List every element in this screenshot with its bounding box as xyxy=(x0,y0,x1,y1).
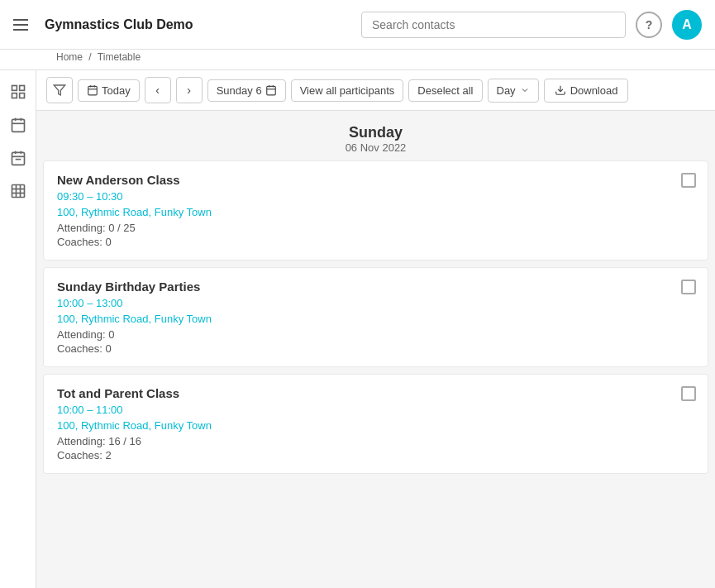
event-coaches: Coaches: 2 xyxy=(57,449,694,461)
event-checkbox[interactable] xyxy=(681,386,696,401)
svg-rect-4 xyxy=(12,119,24,131)
event-attending: Attending: 0 / 25 xyxy=(57,222,694,234)
breadcrumb-home[interactable]: Home xyxy=(56,51,83,63)
event-time: 10:00 – 13:00 xyxy=(57,297,694,309)
sidebar-item-grid[interactable] xyxy=(3,176,33,206)
events-container: New Anderson Class 09:30 – 10:30 100, Ry… xyxy=(36,160,715,474)
svg-rect-13 xyxy=(12,185,24,198)
breadcrumb-separator: / xyxy=(88,51,91,63)
event-card: Tot and Parent Class 10:00 – 11:00 100, … xyxy=(43,374,708,474)
event-title: Sunday Birthday Parties xyxy=(57,280,694,294)
event-title: New Anderson Class xyxy=(57,173,694,187)
breadcrumb-timetable[interactable]: Timetable xyxy=(98,51,141,63)
sidebar-item-menu[interactable] xyxy=(3,77,33,107)
hamburger-icon[interactable] xyxy=(13,19,28,31)
search-input[interactable] xyxy=(361,12,626,38)
top-header: Gymnastics Club Demo ? A xyxy=(0,0,715,50)
day-header: Sunday 06 Nov 2022 xyxy=(36,111,715,160)
event-time: 10:00 – 11:00 xyxy=(57,404,694,416)
day-date: 06 Nov 2022 xyxy=(36,141,715,154)
deselect-all-button[interactable]: Deselect all xyxy=(408,79,482,102)
event-location: 100, Rythmic Road, Funky Town xyxy=(57,419,694,432)
svg-rect-23 xyxy=(266,86,275,95)
avatar[interactable]: A xyxy=(672,10,702,40)
event-card: Sunday Birthday Parties 10:00 – 13:00 10… xyxy=(43,267,708,367)
event-coaches: Coaches: 0 xyxy=(57,236,694,248)
sidebar xyxy=(0,70,36,588)
view-mode-selector[interactable]: Day xyxy=(488,79,539,103)
sidebar-item-calendar[interactable] xyxy=(3,143,33,173)
app-title: Gymnastics Club Demo xyxy=(45,17,193,32)
toolbar: Today ‹ › Sunday 6 View all participants… xyxy=(36,70,715,111)
today-button[interactable]: Today xyxy=(78,79,140,102)
next-button[interactable]: › xyxy=(176,77,203,103)
date-selector[interactable]: Sunday 6 xyxy=(207,79,286,102)
calendar-content: Sunday 06 Nov 2022 New Anderson Class 09… xyxy=(36,111,715,588)
svg-rect-8 xyxy=(12,152,24,165)
svg-rect-3 xyxy=(19,93,24,98)
sidebar-item-event[interactable] xyxy=(3,110,33,140)
event-title: Tot and Parent Class xyxy=(57,386,694,400)
prev-button[interactable]: ‹ xyxy=(145,77,171,103)
breadcrumb: Home / Timetable xyxy=(0,50,715,70)
event-coaches: Coaches: 0 xyxy=(57,342,694,355)
main-layout: Today ‹ › Sunday 6 View all participants… xyxy=(0,70,715,588)
day-name: Sunday xyxy=(36,124,715,141)
event-location: 100, Rythmic Road, Funky Town xyxy=(57,206,694,218)
event-time: 09:30 – 10:30 xyxy=(57,190,694,203)
svg-marker-18 xyxy=(54,85,64,95)
view-all-participants-button[interactable]: View all participants xyxy=(291,79,404,102)
content-area: Today ‹ › Sunday 6 View all participants… xyxy=(36,70,715,588)
svg-rect-19 xyxy=(88,86,98,95)
event-checkbox[interactable] xyxy=(681,280,696,294)
filter-button[interactable] xyxy=(46,77,73,103)
svg-rect-0 xyxy=(12,86,17,91)
event-checkbox[interactable] xyxy=(681,173,696,188)
event-card: New Anderson Class 09:30 – 10:30 100, Ry… xyxy=(43,160,708,261)
help-button[interactable]: ? xyxy=(636,12,662,38)
download-button[interactable]: Download xyxy=(544,79,629,103)
event-location: 100, Rythmic Road, Funky Town xyxy=(57,313,694,325)
svg-rect-1 xyxy=(19,86,24,91)
event-attending: Attending: 16 / 16 xyxy=(57,435,694,447)
event-attending: Attending: 0 xyxy=(57,328,694,341)
svg-rect-2 xyxy=(12,93,17,98)
